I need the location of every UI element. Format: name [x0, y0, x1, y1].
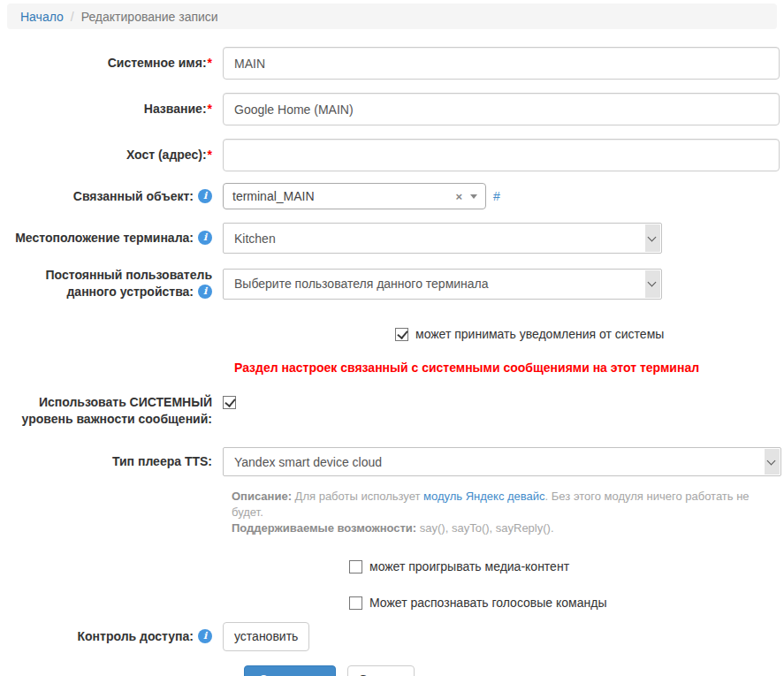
- row-host: Хост (адрес):*: [9, 139, 777, 171]
- location-value: Kitchen: [234, 232, 276, 246]
- breadcrumb: Начало / Редактирование записи: [7, 4, 777, 29]
- tts-description: Описание: Для работы использует модуль Я…: [232, 489, 777, 536]
- system-name-input[interactable]: [223, 47, 780, 80]
- host-label: Хост (адрес):*: [9, 147, 212, 163]
- user-label: Постоянный пользователь данного устройст…: [9, 267, 212, 300]
- system-level-label: Использовать СИСТЕМНЫЙ уровень важности …: [9, 394, 212, 428]
- linked-object-value: terminal_MAIN: [232, 189, 315, 203]
- user-select[interactable]: Выберите пользователя данного терминала: [223, 269, 662, 300]
- media-checkbox-label: может проигрывать медиа-контент: [369, 559, 569, 573]
- tts-select[interactable]: Yandex smart device cloud: [223, 447, 781, 476]
- cancel-button[interactable]: Отмена: [347, 665, 415, 676]
- voice-checkbox-label: Может распознавать голосовые команды: [369, 596, 606, 610]
- row-title: Название:*: [9, 93, 777, 125]
- row-user: Постоянный пользователь данного устройст…: [9, 267, 777, 300]
- yandex-module-link[interactable]: модуль Яндекс девайс: [423, 490, 545, 503]
- chevron-down-icon[interactable]: [645, 270, 660, 298]
- location-label: Местоположение терминала:: [9, 230, 212, 247]
- row-access-control: Контроль доступа: установить: [9, 622, 777, 651]
- info-icon[interactable]: [198, 231, 212, 245]
- system-level-checkbox[interactable]: [223, 396, 236, 409]
- required-mark: *: [208, 56, 212, 70]
- system-name-label: Системное имя:*: [9, 55, 212, 72]
- voice-checkbox[interactable]: [349, 596, 362, 610]
- tts-value: Yandex smart device cloud: [234, 455, 382, 469]
- row-media: может проигрывать медиа-контент: [9, 559, 777, 573]
- tts-description-line1: Описание: Для работы использует модуль Я…: [232, 489, 777, 520]
- required-mark: *: [208, 102, 212, 116]
- chevron-down-icon[interactable]: [765, 449, 780, 475]
- notifications-checkbox-label: может принимать уведомления от системы: [415, 327, 664, 341]
- notifications-checkbox[interactable]: [395, 328, 408, 341]
- section-note: Раздел настроек связанный с системными с…: [234, 361, 777, 375]
- row-system-name: Системное имя:*: [9, 47, 777, 80]
- row-linked-object: Связанный объект: terminal_MAIN × #: [9, 183, 777, 209]
- info-icon[interactable]: [198, 189, 212, 203]
- user-value: Выберите пользователя данного терминала: [234, 277, 489, 291]
- breadcrumb-separator: /: [71, 10, 74, 24]
- tts-description-line2: Поддерживаемые возможности: say(), sayTo…: [232, 520, 777, 536]
- row-voice: Может распознавать голосовые команды: [9, 596, 777, 610]
- row-tts: Тип плеера TTS: Yandex smart device clou…: [9, 447, 777, 476]
- host-input[interactable]: [223, 139, 780, 171]
- info-icon[interactable]: [198, 629, 212, 643]
- chevron-down-icon[interactable]: [470, 194, 477, 199]
- required-mark: *: [208, 148, 212, 162]
- save-button[interactable]: Сохранить: [244, 665, 336, 676]
- breadcrumb-home-link[interactable]: Начало: [20, 10, 64, 24]
- title-label: Название:*: [9, 101, 212, 118]
- media-checkbox[interactable]: [349, 560, 362, 573]
- clear-icon[interactable]: ×: [455, 191, 462, 202]
- title-input[interactable]: [223, 93, 780, 125]
- breadcrumb-current: Редактирование записи: [81, 10, 218, 24]
- info-icon[interactable]: [198, 285, 212, 299]
- row-location: Местоположение терминала: Kitchen: [9, 223, 777, 254]
- tts-label: Тип плеера TTS:: [9, 453, 212, 470]
- set-access-button[interactable]: установить: [223, 622, 309, 651]
- form-actions: Сохранить Отмена: [244, 665, 777, 676]
- object-hash-link[interactable]: #: [493, 189, 500, 203]
- access-control-label: Контроль доступа:: [9, 628, 212, 645]
- row-system-level: Использовать СИСТЕМНЫЙ уровень важности …: [9, 394, 777, 428]
- edit-record-form: Системное имя:* Название:* Хост (адрес):…: [9, 47, 777, 676]
- chevron-down-icon[interactable]: [645, 224, 660, 252]
- linked-object-label: Связанный объект:: [9, 188, 212, 205]
- linked-object-select2[interactable]: terminal_MAIN ×: [223, 183, 486, 209]
- location-select[interactable]: Kitchen: [223, 223, 662, 254]
- row-notifications: может принимать уведомления от системы: [9, 327, 777, 341]
